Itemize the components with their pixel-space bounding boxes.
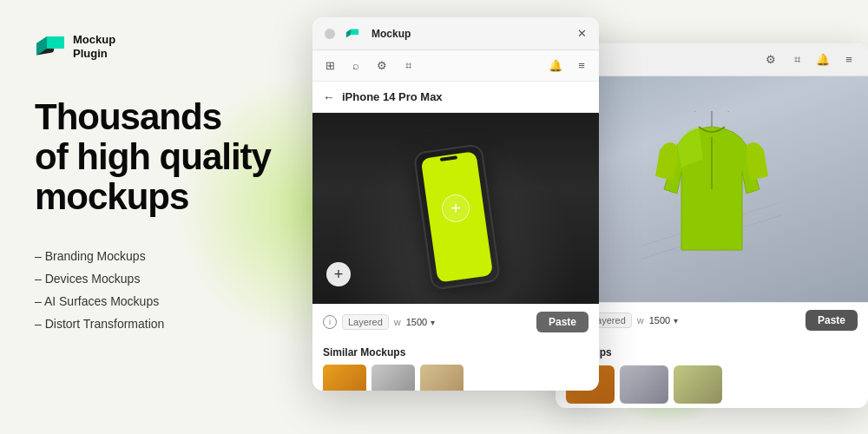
headline: Thousands of high quality mockups	[35, 97, 295, 218]
front-thumb-3[interactable]	[420, 365, 464, 391]
front-logo-icon	[345, 27, 359, 41]
logo-line1: Mockup	[73, 33, 115, 47]
front-similar-thumbs	[323, 365, 589, 391]
front-thumb-1[interactable]	[323, 365, 366, 391]
feature-item-branding: – Branding Mockups	[35, 249, 295, 263]
front-close-x[interactable]: ✕	[577, 27, 587, 40]
front-similar-title: Similar Mockups	[323, 346, 589, 358]
left-panel: Mockup Plugin Thousands of high quality …	[0, 0, 330, 434]
features-list: – Branding Mockups – Devices Mockups – A…	[35, 249, 295, 331]
front-mode-badge: Layered	[342, 314, 389, 330]
svg-marker-4	[47, 36, 64, 49]
front-close-button[interactable]	[325, 29, 335, 39]
feature-item-devices: – Devices Mockups	[35, 272, 295, 286]
crop-icon[interactable]: ⌗	[790, 53, 804, 67]
window-front: Mockup ✕ ⊞ ⌕ ⚙ ⌗ 🔔 ≡ ← iPhone 14 Pro Max	[312, 17, 599, 391]
chevron-down-icon-back[interactable]: ▾	[674, 316, 678, 326]
logo-line2: Plugin	[73, 47, 115, 61]
similar-thumb-2[interactable]	[620, 365, 668, 404]
front-similar-section: Similar Mockups	[312, 339, 599, 391]
back-width-value: 1500 ▾	[649, 315, 678, 326]
front-width-number: 1500	[406, 317, 427, 327]
add-to-mockup-button[interactable]: +	[442, 194, 470, 222]
back-content-area	[556, 76, 868, 302]
feature-item-ai: – AI Surfaces Mockups	[35, 294, 295, 308]
logo-area: Mockup Plugin	[35, 31, 295, 62]
info-icon-front: i	[323, 315, 337, 329]
menu-icon[interactable]: ≡	[842, 53, 856, 67]
svg-marker-10	[346, 29, 351, 37]
hoodie-visual	[556, 76, 868, 302]
chevron-down-icon-front[interactable]: ▾	[431, 318, 435, 327]
hoodie-image	[642, 111, 781, 267]
front-width-control: 1500 ▾	[406, 317, 435, 327]
similar-thumb-3[interactable]	[674, 365, 722, 404]
front-nav-title: iPhone 14 Pro Max	[342, 90, 443, 103]
logo-text: Mockup Plugin	[73, 33, 115, 60]
front-toolbar: ⊞ ⌕ ⚙ ⌗ 🔔 ≡	[312, 50, 599, 82]
bookmark-icon[interactable]: ⌗	[401, 59, 415, 73]
headline-line1: Thousands	[35, 96, 221, 137]
back-similar-title: mockups	[566, 346, 858, 358]
back-toolbar-icons: ⚙ ⌗ 🔔 ≡	[764, 53, 856, 67]
paste-button-front[interactable]: Paste	[536, 312, 589, 332]
back-arrow-icon[interactable]: ←	[323, 90, 335, 104]
front-titlebar: Mockup ✕	[312, 17, 599, 50]
hamburger-icon[interactable]: ≡	[575, 59, 589, 73]
back-similar-section: mockups	[556, 338, 868, 408]
bell-icon-front[interactable]: 🔔	[549, 59, 562, 73]
back-bottom-bar: i Layered w 1500 ▾ Paste	[556, 302, 868, 338]
back-similar-thumbs	[566, 365, 858, 404]
front-window-title: Mockup	[372, 28, 411, 40]
svg-marker-11	[351, 29, 358, 34]
gear-icon[interactable]: ⚙	[764, 53, 778, 67]
front-bottom-bar: i Layered w 1500 ▾ Paste	[312, 304, 599, 339]
settings-icon[interactable]: ⚙	[375, 59, 389, 73]
windows-area: ⚙ ⌗ 🔔 ≡	[312, 17, 868, 434]
feature-item-distort: – Distort Transformation	[35, 317, 295, 331]
bell-icon[interactable]: 🔔	[816, 53, 830, 67]
add-layer-button[interactable]: +	[326, 262, 351, 286]
window-back: ⚙ ⌗ 🔔 ≡	[556, 43, 868, 408]
grid-icon[interactable]: ⊞	[323, 59, 337, 73]
back-width-number: 1500	[649, 315, 670, 326]
back-width-label: w	[637, 315, 644, 326]
front-thumb-2[interactable]	[372, 365, 415, 391]
logo-icon	[35, 31, 66, 62]
front-nav-row: ← iPhone 14 Pro Max	[312, 82, 599, 113]
back-titlebar: ⚙ ⌗ 🔔 ≡	[556, 43, 868, 76]
front-main-image: + +	[312, 113, 599, 304]
search-icon[interactable]: ⌕	[349, 59, 363, 73]
headline-line2: of high quality	[35, 136, 271, 177]
paste-button-back[interactable]: Paste	[806, 310, 858, 331]
front-width-label: w	[394, 317, 401, 327]
headline-line3: mockups	[35, 176, 188, 217]
